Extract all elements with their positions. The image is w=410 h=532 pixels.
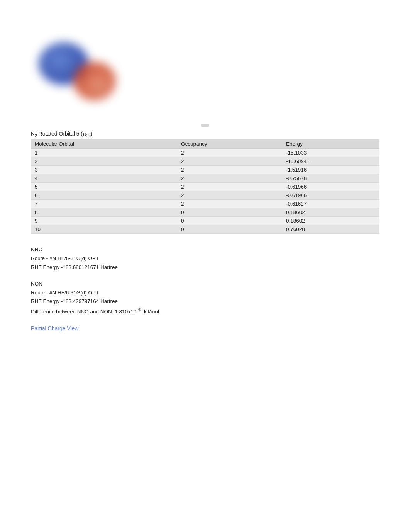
cell-energy: -15.60941 (282, 157, 379, 165)
table-body: 12-15.103322-15.6094132-1.5191642-0.7567… (31, 148, 379, 233)
table-row: 32-1.51916 (31, 165, 379, 174)
cell-energy: 0.18602 (282, 216, 379, 225)
cell-mo: 9 (31, 216, 177, 225)
cell-energy: 0.18602 (282, 208, 379, 216)
cell-mo: 1 (31, 148, 177, 157)
cell-energy: -1.51916 (282, 165, 379, 174)
cell-mo: 4 (31, 174, 177, 182)
cell-occupancy: 2 (177, 191, 282, 199)
cell-occupancy: 0 (177, 216, 282, 225)
nno-label: NNO (31, 245, 379, 254)
non-block: NON Route - #N HF/6-31G(d) OPT RHF Energ… (31, 280, 379, 316)
partial-charge-section: Partial Charge View (31, 324, 379, 333)
cell-mo: 2 (31, 157, 177, 165)
table-row: 1000.76028 (31, 225, 379, 233)
cell-occupancy: 2 (177, 199, 282, 208)
non-difference: Difference between NNO and NON: 1.810x10… (31, 306, 379, 316)
difference-suffix: kJ/mol (142, 309, 159, 314)
cell-occupancy: 2 (177, 148, 282, 157)
molecular-orbital-table: Molecular Orbital Occupancy Energy 12-15… (31, 139, 379, 234)
cell-mo: 3 (31, 165, 177, 174)
nno-block: NNO Route - #N HF/6-31G(d) OPT RHF Energ… (31, 245, 379, 272)
col-energy: Energy (282, 139, 379, 149)
cell-mo: 5 (31, 182, 177, 191)
cell-energy: -0.75678 (282, 174, 379, 182)
cell-energy: 0.76028 (282, 225, 379, 233)
pi-symbol: π (83, 131, 86, 137)
table-header: Molecular Orbital Occupancy Energy (31, 139, 379, 149)
cell-occupancy: 2 (177, 157, 282, 165)
difference-superscript: -45 (136, 307, 142, 312)
table-row: 52-0.61966 (31, 182, 379, 191)
table-row: 12-15.1033 (31, 148, 379, 157)
table-row: 62-0.61966 (31, 191, 379, 199)
cell-occupancy: 2 (177, 174, 282, 182)
cell-occupancy: 0 (177, 225, 282, 233)
nno-route: Route - #N HF/6-31G(d) OPT (31, 254, 379, 263)
pi-subscript: 2p (86, 134, 91, 138)
cell-energy: -0.61966 (282, 182, 379, 191)
header-row: Molecular Orbital Occupancy Energy (31, 139, 379, 149)
table-row: 42-0.75678 (31, 174, 379, 182)
non-energy: RHF Energy -183.429797164 Hartree (31, 297, 379, 306)
nno-energy: RHF Energy -183.680121671 Hartree (31, 263, 379, 272)
table-row: 900.18602 (31, 216, 379, 225)
closing-paren: ) (91, 131, 93, 137)
orbital-title: N2 Rotated Orbital 5 (π2p) (31, 131, 379, 138)
non-label: NON (31, 280, 379, 289)
partial-charge-link[interactable]: Partial Charge View (31, 325, 78, 331)
cell-occupancy: 0 (177, 208, 282, 216)
cell-mo: 6 (31, 191, 177, 199)
non-route: Route - #N HF/6-31G(d) OPT (31, 289, 379, 297)
cell-energy: -0.61627 (282, 199, 379, 208)
orbital-label: Rotated Orbital 5 ( (39, 131, 83, 137)
orbital-section (31, 27, 379, 112)
difference-prefix: Difference between NNO and NON: 1.810x10 (31, 309, 136, 314)
table-row: 800.18602 (31, 208, 379, 216)
col-molecular-orbital: Molecular Orbital (31, 139, 177, 149)
n-subscript: 2 (35, 134, 37, 138)
table-row: 22-15.60941 (31, 157, 379, 165)
cell-energy: -0.61966 (282, 191, 379, 199)
cell-occupancy: 2 (177, 165, 282, 174)
cell-energy: -15.1033 (282, 148, 379, 157)
orbital-blob-red (73, 62, 116, 100)
table-row: 72-0.61627 (31, 199, 379, 208)
cell-mo: 7 (31, 199, 177, 208)
cell-occupancy: 2 (177, 182, 282, 191)
cell-mo: 8 (31, 208, 177, 216)
cell-mo: 10 (31, 225, 177, 233)
orbital-visual (31, 27, 124, 112)
col-occupancy: Occupancy (177, 139, 282, 149)
resize-handle[interactable] (201, 124, 209, 127)
